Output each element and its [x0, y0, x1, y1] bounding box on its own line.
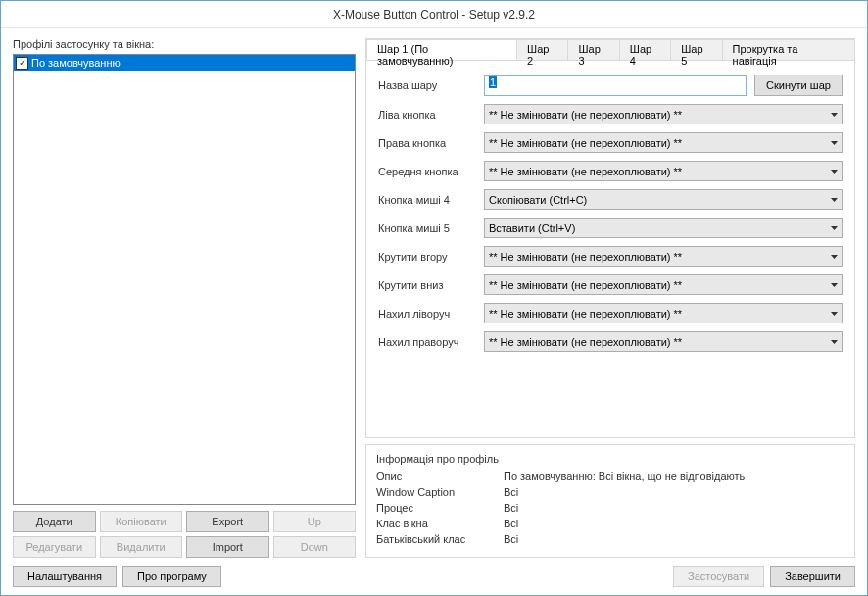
profile-buttons: Додати Копіювати Export Up Редагувати Ви… — [13, 511, 356, 558]
combo-value: ** Не змінювати (не перехоплювати) ** — [489, 336, 827, 348]
tabstrip: Шар 1 (По замовчуванню) Шар 2 Шар 3 Шар … — [366, 39, 854, 61]
combo-value: Вставити (Ctrl+V) — [489, 223, 827, 234]
delete-button: Видалити — [100, 536, 183, 558]
button-combo[interactable]: ** Не змінювати (не перехоплювати) ** — [484, 274, 843, 295]
left-column: Профілі застосунку та вікна: ✓ По замовч… — [13, 38, 356, 558]
tab-layer5[interactable]: Шар 5 — [670, 39, 722, 60]
info-row: ПроцесВсі — [376, 502, 844, 514]
close-button[interactable]: Завершити — [770, 566, 855, 587]
tab-layer1[interactable]: Шар 1 (По замовчуванню) — [366, 39, 517, 60]
info-value: Всі — [504, 518, 518, 529]
up-button: Up — [273, 511, 357, 532]
button-combo[interactable]: ** Не змінювати (не перехоплювати) ** — [484, 246, 843, 267]
chevron-down-icon — [831, 312, 838, 316]
chevron-down-icon — [831, 226, 838, 230]
about-button[interactable]: Про програму — [122, 566, 221, 587]
settings-button[interactable]: Налаштування — [13, 566, 117, 587]
tab-body: Назва шару 1 Скинути шар Ліва кнопка** Н… — [366, 61, 854, 437]
button-combo[interactable]: ** Не змінювати (не перехоплювати) ** — [484, 132, 843, 153]
button-label: Права кнопка — [378, 137, 484, 149]
main-row: Профілі застосунку та вікна: ✓ По замовч… — [13, 38, 855, 558]
layer-name-label: Назва шару — [378, 79, 484, 91]
button-label: Нахил ліворуч — [378, 308, 484, 320]
info-row: Window CaptionВсі — [376, 486, 844, 498]
combo-value: ** Не змінювати (не перехоплювати) ** — [489, 279, 827, 291]
layer-name-row: Назва шару 1 Скинути шар — [378, 74, 843, 96]
button-combo[interactable]: Скопіювати (Ctrl+C) — [484, 189, 843, 210]
add-button[interactable]: Додати — [13, 511, 96, 532]
tab-layer4[interactable]: Шар 4 — [619, 39, 671, 60]
combo-value: ** Не змінювати (не перехоплювати) ** — [489, 308, 827, 320]
profile-item[interactable]: ✓ По замовчуванню — [14, 55, 355, 71]
info-label: Window Caption — [376, 486, 504, 498]
button-row: Крутити вниз** Не змінювати (не перехопл… — [378, 274, 843, 295]
button-combo[interactable]: ** Не змінювати (не перехоплювати) ** — [484, 104, 843, 124]
chevron-down-icon — [831, 283, 838, 287]
copy-button: Копіювати — [100, 511, 183, 532]
import-button[interactable]: Import — [186, 536, 269, 558]
button-row: Кнопка миші 4Скопіювати (Ctrl+C) — [378, 189, 843, 210]
button-row: Ліва кнопка** Не змінювати (не перехоплю… — [378, 104, 843, 124]
button-label: Крутити вниз — [378, 279, 484, 291]
tab-scroll-nav[interactable]: Прокрутка та навігація — [722, 39, 855, 60]
apply-button: Застосувати — [673, 566, 764, 587]
chevron-down-icon — [831, 113, 838, 117]
button-row: Крутити вгору** Не змінювати (не перехоп… — [378, 246, 843, 267]
chevron-down-icon — [831, 255, 838, 259]
info-label: Клас вікна — [376, 518, 504, 529]
combo-value: ** Не змінювати (не перехоплювати) ** — [489, 166, 827, 177]
titlebar: X-Mouse Button Control - Setup v2.9.2 — [1, 1, 867, 28]
button-label: Крутити вгору — [378, 251, 484, 263]
profile-name: По замовчуванню — [31, 57, 121, 69]
button-combo[interactable]: Вставити (Ctrl+V) — [484, 218, 843, 238]
profile-list[interactable]: ✓ По замовчуванню — [13, 54, 356, 505]
layer-name-input[interactable]: 1 — [484, 75, 747, 96]
export-button[interactable]: Export — [186, 511, 269, 532]
content: Профілі застосунку та вікна: ✓ По замовч… — [1, 28, 867, 595]
button-label: Ліва кнопка — [378, 109, 484, 121]
chevron-down-icon — [831, 170, 838, 174]
profile-checkbox[interactable]: ✓ — [16, 57, 28, 70]
button-row: Нахил праворуч** Не змінювати (не перехо… — [378, 331, 843, 352]
button-combo[interactable]: ** Не змінювати (не перехоплювати) ** — [484, 303, 843, 323]
window-title: X-Mouse Button Control - Setup v2.9.2 — [333, 8, 535, 22]
tab-layer3[interactable]: Шар 3 — [567, 39, 619, 60]
button-label: Кнопка миші 4 — [378, 194, 484, 206]
layer-tabs: Шар 1 (По замовчуванню) Шар 2 Шар 3 Шар … — [365, 38, 855, 438]
profile-info-panel: Інформація про профіль ОписПо замовчуван… — [365, 444, 855, 558]
down-button: Down — [273, 536, 357, 558]
profiles-label: Профілі застосунку та вікна: — [13, 38, 356, 50]
info-value: Всі — [504, 486, 518, 498]
info-row: ОписПо замовчуванню: Всі вікна, що не ві… — [376, 471, 844, 482]
chevron-down-icon — [831, 198, 838, 202]
button-row: Права кнопка** Не змінювати (не перехопл… — [378, 132, 843, 153]
reset-layer-button[interactable]: Скинути шар — [754, 74, 843, 96]
profile-info-title: Інформація про профіль — [376, 453, 844, 465]
right-column: Шар 1 (По замовчуванню) Шар 2 Шар 3 Шар … — [365, 38, 855, 558]
main-window: X-Mouse Button Control - Setup v2.9.2 Пр… — [0, 0, 868, 596]
button-combo[interactable]: ** Не змінювати (не перехоплювати) ** — [484, 161, 843, 181]
button-row: Нахил ліворуч** Не змінювати (не перехоп… — [378, 303, 843, 323]
button-label: Середня кнопка — [378, 166, 484, 177]
edit-button: Редагувати — [13, 536, 96, 558]
button-row: Середня кнопка** Не змінювати (не перехо… — [378, 161, 843, 181]
button-row: Кнопка миші 5Вставити (Ctrl+V) — [378, 218, 843, 238]
button-label: Кнопка миші 5 — [378, 223, 484, 234]
combo-value: Скопіювати (Ctrl+C) — [489, 194, 827, 206]
chevron-down-icon — [831, 141, 838, 145]
info-value: Всі — [504, 502, 518, 514]
combo-value: ** Не змінювати (не перехоплювати) ** — [489, 251, 827, 263]
button-label: Нахил праворуч — [378, 336, 484, 348]
combo-value: ** Не змінювати (не перехоплювати) ** — [489, 109, 827, 121]
info-value: По замовчуванню: Всі вікна, що не відпов… — [504, 471, 745, 482]
combo-value: ** Не змінювати (не перехоплювати) ** — [489, 137, 827, 149]
info-row: Клас вікнаВсі — [376, 518, 844, 529]
button-combo[interactable]: ** Не змінювати (не перехоплювати) ** — [484, 331, 843, 352]
info-value: Всі — [504, 533, 518, 545]
info-label: Опис — [376, 471, 504, 482]
info-label: Батьківський клас — [376, 533, 504, 545]
bottom-bar: Налаштування Про програму Застосувати За… — [13, 566, 855, 587]
info-label: Процес — [376, 502, 504, 514]
info-row: Батьківський класВсі — [376, 533, 844, 545]
tab-layer2[interactable]: Шар 2 — [516, 39, 568, 60]
